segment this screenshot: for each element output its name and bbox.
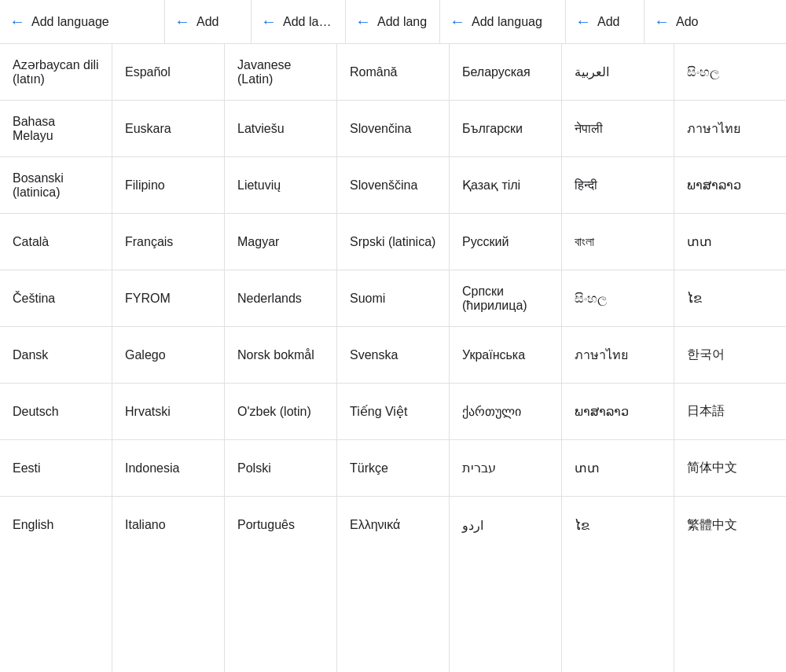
list-item[interactable]: Azərbaycan dili (latın) (0, 44, 112, 101)
list-item[interactable]: Русский (450, 214, 561, 270)
language-label: සිංහල (575, 292, 607, 306)
list-item[interactable]: English (0, 497, 112, 553)
list-item[interactable]: Română (337, 44, 449, 101)
language-label: Galego (125, 348, 166, 362)
language-label: տտ (575, 461, 600, 476)
back-arrow-icon[interactable]: ← (575, 13, 591, 31)
language-label: ພາສາລາວ (575, 404, 629, 419)
list-item[interactable]: Euskara (112, 101, 224, 157)
header-panel-hp1[interactable]: ←Add language (0, 0, 165, 43)
list-item[interactable]: Latviešu (225, 101, 336, 157)
language-label: Indonesia (125, 461, 179, 476)
list-item[interactable]: Magyar (225, 214, 336, 270)
list-item[interactable]: Slovenčina (337, 101, 449, 157)
content-area: Azərbaycan dili (latın)Bahasa MelayuBosa… (0, 44, 786, 672)
header-panel-hp2[interactable]: ←Add (165, 0, 252, 43)
language-column-5: БеларускаяБългарскиҚазақ тіліРусскийСрпс… (450, 44, 562, 672)
list-item[interactable]: Български (450, 101, 561, 157)
list-item[interactable]: اردو (450, 497, 561, 553)
list-item[interactable]: 한국어 (674, 327, 786, 384)
back-arrow-icon[interactable]: ← (261, 13, 277, 31)
list-item[interactable]: Italiano (112, 497, 224, 553)
list-item[interactable]: ภาษาไทย (674, 101, 786, 157)
language-label: ქართული (462, 404, 521, 419)
language-label: नेपाली (575, 122, 603, 136)
language-label: Français (125, 235, 173, 249)
list-item[interactable]: සිංහල (562, 270, 674, 327)
list-item[interactable]: Indonesia (112, 440, 224, 497)
list-item[interactable]: Čeština (0, 270, 112, 327)
list-item[interactable]: ქართული (450, 384, 561, 440)
language-label: Javanese (Latin) (237, 58, 324, 86)
list-item[interactable]: Dansk (0, 327, 112, 384)
list-item[interactable]: Deutsch (0, 384, 112, 440)
list-item[interactable]: ໄຂ (674, 270, 786, 327)
language-label: বাংলা (575, 235, 594, 249)
list-item[interactable]: हिन्दी (562, 157, 674, 214)
list-item[interactable]: עברית (450, 440, 561, 497)
list-item[interactable]: Bosanski (latinica) (0, 157, 112, 214)
list-item[interactable]: Српски (ћирилица) (450, 270, 561, 327)
list-item[interactable]: Polski (225, 440, 336, 497)
back-arrow-icon[interactable]: ← (654, 13, 670, 31)
list-item[interactable]: Español (112, 44, 224, 101)
list-item[interactable]: 日本語 (674, 384, 786, 440)
list-item[interactable]: ພາສາລາວ (674, 157, 786, 214)
language-label: Polski (237, 461, 271, 476)
list-item[interactable]: Slovenščina (337, 157, 449, 214)
list-item[interactable]: Ελληνικά (337, 497, 449, 553)
list-item[interactable]: FYROM (112, 270, 224, 327)
list-item[interactable]: العربية (562, 44, 674, 101)
list-item[interactable]: বাংলা (562, 214, 674, 270)
list-item[interactable]: Lietuvių (225, 157, 336, 214)
list-item[interactable]: Galego (112, 327, 224, 384)
header-panel-hp7[interactable]: ←Ado (645, 0, 786, 43)
list-item[interactable]: տտ (562, 440, 674, 497)
back-arrow-icon[interactable]: ← (174, 13, 190, 31)
language-column-7: සිංහලภาษาไทยພາສາລາວտտໄຂ한국어日本語简体中文繁體中文 (674, 44, 786, 672)
list-item[interactable]: ພາສາລາວ (562, 384, 674, 440)
header-panel-hp6[interactable]: ←Add (566, 0, 645, 43)
list-item[interactable]: 简体中文 (674, 440, 786, 497)
list-item[interactable]: Javanese (Latin) (225, 44, 336, 101)
list-item[interactable]: Беларуская (450, 44, 561, 101)
language-label: Hrvatski (125, 405, 171, 419)
list-item[interactable]: Bahasa Melayu (0, 101, 112, 157)
list-item[interactable]: සිංහල (674, 44, 786, 101)
language-label: Slovenčina (350, 122, 411, 136)
header-panel-hp5[interactable]: ←Add languag (440, 0, 566, 43)
language-label: Català (13, 235, 49, 249)
language-label: Bosanski (latinica) (13, 171, 99, 200)
list-item[interactable]: Eesti (0, 440, 112, 497)
language-label: տտ (687, 234, 712, 249)
header-panel-hp3[interactable]: ←Add langu (252, 0, 346, 43)
list-item[interactable]: ภาษาไทย (562, 327, 674, 384)
list-item[interactable]: Hrvatski (112, 384, 224, 440)
list-item[interactable]: Nederlands (225, 270, 336, 327)
list-item[interactable]: ໄຂ (562, 497, 674, 553)
list-item[interactable]: Français (112, 214, 224, 270)
list-item[interactable]: Català (0, 214, 112, 270)
list-item[interactable]: Srpski (latinica) (337, 214, 449, 270)
list-item[interactable]: Norsk bokmål (225, 327, 336, 384)
header-panel-hp4[interactable]: ←Add lang (346, 0, 440, 43)
language-label: ภาษาไทย (575, 345, 628, 365)
list-item[interactable]: տտ (674, 214, 786, 270)
list-item[interactable]: Filipino (112, 157, 224, 214)
language-label: Қазақ тілі (462, 178, 520, 193)
language-label: Eesti (13, 461, 41, 476)
list-item[interactable]: O'zbek (lotin) (225, 384, 336, 440)
list-item[interactable]: Português (225, 497, 336, 553)
list-item[interactable]: 繁體中文 (674, 497, 786, 553)
back-arrow-icon[interactable]: ← (9, 13, 25, 31)
list-item[interactable]: नेपाली (562, 101, 674, 157)
list-item[interactable]: Қазақ тілі (450, 157, 561, 214)
list-item[interactable]: Svenska (337, 327, 449, 384)
back-arrow-icon[interactable]: ← (450, 13, 465, 31)
list-item[interactable]: Tiếng Việt (337, 384, 449, 440)
list-item[interactable]: Українська (450, 327, 561, 384)
list-item[interactable]: Suomi (337, 270, 449, 327)
back-arrow-icon[interactable]: ← (355, 13, 371, 31)
header-title: Add lang (377, 15, 427, 29)
list-item[interactable]: Türkçe (337, 440, 449, 497)
